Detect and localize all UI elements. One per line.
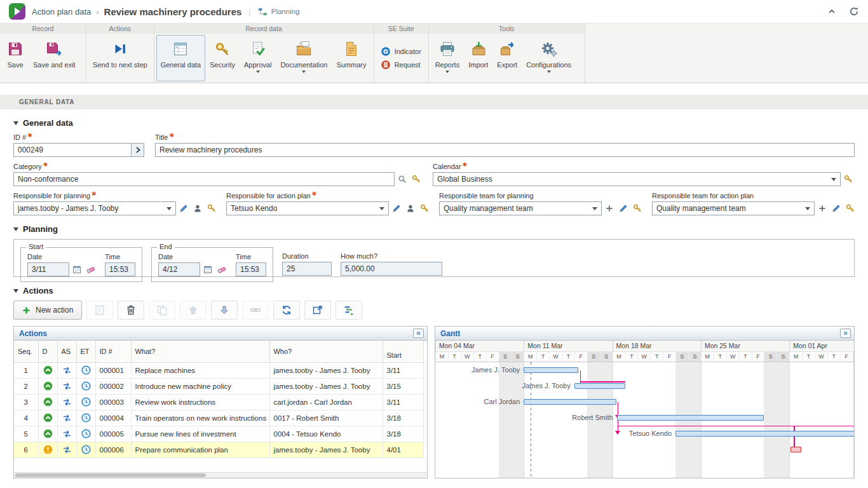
- ribbon-button-label: Approval: [244, 61, 271, 69]
- resp-planning-user-button[interactable]: [191, 202, 204, 215]
- gantt-link-line: [580, 381, 626, 383]
- column-header-as[interactable]: AS: [57, 341, 76, 362]
- id-input[interactable]: [13, 143, 132, 157]
- security-button[interactable]: Security: [205, 35, 240, 81]
- team-planning-security-button[interactable]: [631, 202, 644, 215]
- category-input[interactable]: [13, 172, 395, 186]
- how-much-input[interactable]: [341, 262, 442, 276]
- gantt-bar[interactable]: [675, 431, 854, 437]
- gantt-bar[interactable]: [524, 367, 578, 373]
- scrollbar-thumb[interactable]: [15, 473, 206, 477]
- gantt-bar[interactable]: [574, 383, 626, 389]
- start-date-calendar-button[interactable]: [71, 263, 83, 276]
- copy-button[interactable]: [149, 301, 175, 320]
- column-header-id[interactable]: ID #: [95, 341, 131, 362]
- reassign-button[interactable]: [273, 301, 300, 320]
- configurations-button[interactable]: Configurations: [522, 35, 576, 81]
- expand-panel-button[interactable]: »: [840, 329, 851, 338]
- action-row-2[interactable]: 2000002Introduce new machine policyjames…: [14, 378, 423, 394]
- action-row-6[interactable]: 6000006Prepare communication planjames.t…: [14, 442, 423, 458]
- gantt-weekend-shade: [764, 362, 789, 478]
- column-header-what[interactable]: What?: [131, 341, 269, 362]
- refresh-button[interactable]: [849, 6, 859, 17]
- general-data-section-header[interactable]: General data: [13, 118, 855, 128]
- resp-action-plan-edit-button[interactable]: [390, 202, 403, 215]
- field-id: ID #✱: [13, 133, 144, 157]
- actions-section-header[interactable]: Actions: [13, 286, 855, 295]
- end-time-input[interactable]: [236, 262, 266, 276]
- delete-button[interactable]: [118, 301, 144, 320]
- end-date-input[interactable]: [158, 262, 200, 276]
- main-content: General data ID #✱ Title✱ Category✱ Cale…: [0, 118, 868, 478]
- gantt-bar[interactable]: [617, 415, 764, 421]
- resp-planning-select[interactable]: james.tooby - James J. Tooby: [13, 201, 176, 215]
- open-button[interactable]: [304, 301, 331, 320]
- team-planning-edit-button[interactable]: [617, 202, 630, 215]
- action-row-4[interactable]: 4000004Train operators on new work instr…: [14, 410, 423, 426]
- collapse-ribbon-button[interactable]: [827, 7, 836, 16]
- approval-button[interactable]: Approval: [240, 35, 276, 81]
- save-and-exit-button[interactable]: Save and exit: [29, 35, 80, 81]
- id-next-button[interactable]: [132, 143, 144, 157]
- column-header-seq[interactable]: Seq.: [14, 341, 38, 362]
- category-security-button[interactable]: [410, 173, 423, 186]
- summary-button[interactable]: Summary: [332, 35, 370, 81]
- reports-button[interactable]: Reports: [431, 35, 465, 81]
- action-row-5[interactable]: 5000005Pursue new lines of investment000…: [14, 426, 423, 442]
- column-header-start[interactable]: Start: [383, 341, 423, 362]
- field-end-date: Date: [158, 252, 228, 276]
- team-action-plan-security-button[interactable]: [844, 202, 857, 215]
- gantt-bar[interactable]: [524, 399, 616, 405]
- datasheet-button[interactable]: [86, 301, 113, 320]
- documentation-button[interactable]: Documentation: [276, 35, 332, 81]
- title-input[interactable]: [155, 143, 855, 157]
- indicator-button[interactable]: Indicator: [381, 46, 421, 57]
- link-button[interactable]: [242, 301, 269, 320]
- resp-planning-security-button[interactable]: [205, 202, 218, 215]
- pencil-icon: [619, 204, 628, 213]
- collapse-panel-button[interactable]: «: [413, 329, 424, 338]
- move-up-button[interactable]: [180, 301, 207, 320]
- export-button[interactable]: Export: [492, 35, 522, 81]
- start-time-input[interactable]: [105, 262, 135, 276]
- duration-input[interactable]: [282, 262, 332, 276]
- as-icon: [62, 414, 72, 423]
- ribbon-button-label: Reports: [435, 61, 460, 69]
- team-planning-select[interactable]: Quality management team: [439, 201, 602, 215]
- calendar-security-button[interactable]: [842, 173, 855, 186]
- import-button[interactable]: Import: [464, 35, 492, 81]
- gantt-link-line: [618, 426, 854, 427]
- column-header-d[interactable]: D: [38, 341, 57, 362]
- column-header-who[interactable]: Who?: [269, 341, 383, 362]
- start-date-input[interactable]: [27, 262, 69, 276]
- request-button[interactable]: Request: [381, 60, 421, 70]
- general-data-button[interactable]: General data: [156, 35, 206, 81]
- team-planning-add-button[interactable]: [603, 202, 616, 215]
- resp-planning-edit-button[interactable]: [177, 202, 190, 215]
- save-button[interactable]: Save: [2, 35, 29, 81]
- start-date-clear-button[interactable]: [85, 263, 97, 276]
- et-icon: [81, 381, 91, 391]
- calendar-select[interactable]: Global Business: [433, 172, 841, 186]
- team-action-plan-edit-button[interactable]: [830, 202, 843, 215]
- end-date-label: Date: [158, 253, 173, 261]
- end-date-clear-button[interactable]: [215, 263, 228, 276]
- category-search-button[interactable]: [396, 173, 409, 186]
- send-to-next-step-button[interactable]: Send to next step: [88, 35, 152, 81]
- gantt-export-button[interactable]: [336, 301, 362, 320]
- action-row-3[interactable]: 3000003Review work instructionscarl.jord…: [14, 394, 423, 410]
- planning-section-header[interactable]: Planning: [13, 224, 855, 234]
- team-action-plan-add-button[interactable]: [816, 202, 829, 215]
- end-date-calendar-button[interactable]: [201, 263, 214, 276]
- new-action-button[interactable]: New action: [13, 301, 82, 320]
- resp-action-plan-user-button[interactable]: [404, 202, 417, 215]
- move-down-button[interactable]: [211, 301, 238, 320]
- gantt-bar[interactable]: [790, 447, 801, 452]
- team-action-plan-select[interactable]: Quality management team: [652, 201, 815, 215]
- horizontal-scrollbar[interactable]: [14, 472, 427, 478]
- resp-action-plan-security-button[interactable]: [418, 202, 431, 215]
- breadcrumb[interactable]: Action plan data: [32, 7, 91, 17]
- column-header-et[interactable]: ET: [76, 341, 95, 362]
- resp-action-plan-select[interactable]: Tetsuo Kendo: [226, 201, 389, 215]
- action-row-1[interactable]: 1000001Replace machinesjames.tooby - Jam…: [14, 362, 423, 378]
